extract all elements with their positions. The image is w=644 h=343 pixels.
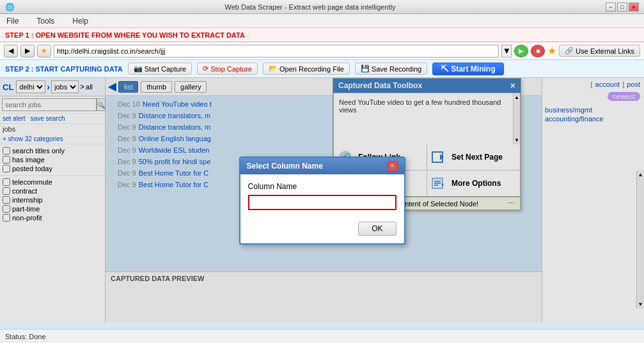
app-icon: 🌐 — [5, 3, 15, 11]
mining-icon: ⛏ — [441, 65, 448, 73]
column-name-modal: Select Column Name × Column Name OK — [239, 156, 405, 245]
save-icon: 💾 — [361, 65, 370, 73]
status-text: Status: Done — [5, 333, 46, 340]
minimize-button[interactable]: − — [606, 3, 616, 11]
url-bar: ◀ ▶ ★ ▼ ▶ ■ ★ 🔗 Use External Links — [0, 42, 644, 60]
start-capture-label: Start Capture — [145, 65, 186, 73]
column-name-input[interactable] — [248, 195, 397, 210]
menu-bar: File Tools Help — [0, 14, 644, 28]
window-title: Web Data Scraper - Extract web page data… — [15, 3, 606, 11]
modal-overlay: Select Column Name × Column Name OK — [0, 78, 644, 323]
back-button[interactable]: ◀ — [4, 45, 18, 57]
modal-footer: OK — [240, 218, 404, 243]
menu-tools[interactable]: Tools — [33, 15, 58, 27]
step1-bar: STEP 1 : OPEN WEBSITE FROM WHERE YOU WIS… — [0, 28, 644, 42]
step2-text: STEP 2 : START CAPTURING DATA — [5, 65, 123, 73]
open-recording-button[interactable]: 📂 Open Recording File — [263, 63, 350, 75]
modal-close-button[interactable]: × — [388, 161, 398, 171]
stop-capture-button[interactable]: ⟳ Stop Capture — [197, 63, 258, 75]
window-controls: − □ × — [606, 3, 639, 11]
menu-file[interactable]: File — [3, 15, 22, 27]
url-input[interactable] — [54, 45, 499, 57]
save-recording-button[interactable]: 💾 Save Recording — [355, 63, 427, 75]
menu-help[interactable]: Help — [68, 15, 92, 27]
close-button[interactable]: × — [629, 3, 639, 11]
capture-icon: 📷 — [134, 65, 143, 73]
play-button[interactable]: ▶ — [514, 45, 528, 57]
step1-text: STEP 1 : OPEN WEBSITE FROM WHERE YOU WIS… — [5, 31, 245, 39]
favorites-star[interactable]: ★ — [547, 45, 556, 57]
save-recording-label: Save Recording — [372, 65, 421, 73]
modal-body: Column Name — [240, 174, 404, 218]
status-bar: Status: Done — [0, 329, 644, 343]
maximize-button[interactable]: □ — [617, 3, 627, 11]
title-bar: 🌐 Web Data Scraper - Extract web page da… — [0, 0, 644, 14]
external-links-button[interactable]: 🔗 Use External Links — [559, 45, 640, 57]
chain-icon: 🔗 — [565, 47, 574, 55]
step2-bar: STEP 2 : START CAPTURING DATA 📷 Start Ca… — [0, 60, 644, 78]
start-capture-button[interactable]: 📷 Start Capture — [128, 63, 192, 75]
stop-capture-label: Stop Capture — [210, 65, 252, 73]
folder-icon: 📂 — [269, 65, 278, 73]
start-mining-label: Start Mining — [451, 65, 495, 73]
modal-header: Select Column Name × — [240, 158, 404, 174]
ok-button[interactable]: OK — [358, 222, 396, 236]
bookmark-button[interactable]: ★ — [37, 45, 51, 57]
url-dropdown-button[interactable]: ▼ — [501, 45, 512, 57]
column-name-label: Column Name — [248, 182, 397, 191]
stop-icon: ⟳ — [203, 65, 208, 73]
modal-title: Select Column Name — [247, 162, 323, 171]
open-recording-label: Open Recording File — [279, 65, 344, 73]
start-mining-button[interactable]: ⛏ Start Mining — [432, 63, 503, 75]
stop-button[interactable]: ■ — [531, 45, 545, 57]
external-links-label: Use External Links — [576, 47, 634, 55]
forward-button[interactable]: ▶ — [20, 45, 35, 57]
